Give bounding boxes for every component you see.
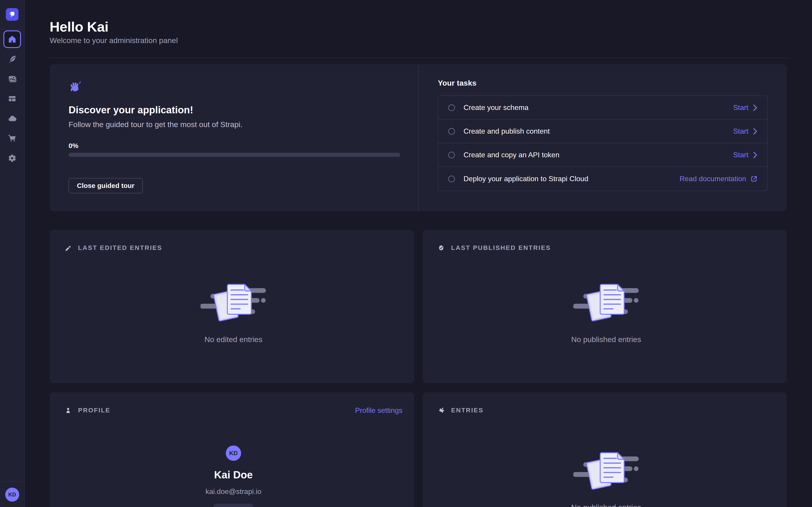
widget-header: LAST PUBLISHED ENTRIES (438, 244, 775, 252)
person-icon (64, 407, 72, 414)
sidebar-user-block: KD (0, 482, 24, 507)
main-content: Hello Kai Welcome to your administration… (25, 0, 812, 507)
your-tasks-title: Your tasks (438, 79, 768, 88)
sidebar-item-settings[interactable] (0, 148, 24, 168)
empty-state-caption: No edited entries (204, 335, 262, 344)
empty-state: No published entries (438, 414, 775, 507)
empty-state: No edited entries (64, 252, 402, 344)
empty-documents-illustration (573, 283, 639, 322)
last-published-entries-widget: LAST PUBLISHED ENTRIES (423, 230, 787, 383)
task-list: Create your schema Start Create and publ… (438, 96, 768, 191)
sidebar-item-media-library[interactable] (0, 69, 24, 89)
widget-title: ENTRIES (451, 407, 484, 414)
profile-name: Kai Doe (214, 468, 253, 481)
profile-avatar: KD (226, 446, 241, 461)
task-row-api-token[interactable]: Create and copy an API token Start (438, 143, 767, 167)
widgets-row-entries-states: LAST EDITED ENTRIES (50, 230, 787, 383)
task-label: Create your schema (463, 103, 528, 112)
widget-header: ENTRIES (438, 406, 775, 414)
guided-tour-left: Discover your application! Follow the gu… (50, 64, 418, 211)
task-action-label: Start (733, 151, 748, 159)
empty-documents-illustration (201, 283, 266, 322)
task-start-link[interactable]: Start (733, 103, 757, 112)
waving-hand-icon (68, 80, 82, 94)
layout-icon (7, 94, 17, 103)
chevron-right-icon (753, 128, 757, 135)
task-action-label: Start (733, 127, 748, 135)
gear-icon (7, 154, 17, 163)
sidebar-item-marketplace[interactable] (0, 128, 24, 148)
task-status-circle-icon (448, 152, 455, 158)
active-nav-highlight (3, 31, 21, 48)
media-library-icon (7, 74, 17, 83)
entries-widget: ENTRIES (423, 392, 787, 507)
task-label: Create and publish content (463, 127, 550, 135)
external-link-icon (751, 175, 757, 182)
sidebar-item-content-manager[interactable] (0, 49, 24, 69)
profile-settings-link[interactable]: Profile settings (355, 406, 402, 414)
task-start-link[interactable]: Start (733, 127, 757, 135)
sidebar: KD (0, 0, 25, 507)
profile-widget: PROFILE Profile settings KD Kai Doe kai.… (50, 392, 414, 507)
guided-tour-card: Discover your application! Follow the gu… (50, 64, 787, 211)
profile-email: kai.doe@strapi.io (205, 487, 261, 496)
widget-title: PROFILE (78, 407, 110, 414)
task-status-circle-icon (448, 128, 455, 135)
task-status-circle-icon (448, 104, 455, 111)
logo-block (0, 0, 24, 29)
close-guided-tour-button[interactable]: Close guided tour (68, 178, 143, 193)
widget-title: LAST PUBLISHED ENTRIES (451, 244, 551, 251)
task-row-deploy-cloud[interactable]: Deploy your application to Strapi Cloud … (438, 167, 767, 191)
task-start-link[interactable]: Start (733, 151, 757, 159)
puzzle-icon (438, 407, 445, 414)
strapi-logo[interactable] (6, 8, 18, 21)
cut-off-profile-button[interactable] (214, 504, 253, 507)
task-action-label: Read documentation (679, 175, 746, 183)
progress-percent-label: 0% (68, 142, 400, 150)
home-icon (8, 35, 17, 44)
user-avatar[interactable]: KD (5, 488, 19, 502)
sidebar-item-content-type-builder[interactable] (0, 89, 24, 109)
cart-icon (7, 133, 17, 143)
guided-tour-title: Discover your application! (68, 104, 400, 116)
sidebar-item-cloud[interactable] (0, 109, 24, 128)
task-action-label: Start (733, 103, 748, 112)
check-circle-icon (438, 244, 445, 251)
task-label: Create and copy an API token (463, 151, 559, 159)
sidebar-item-home[interactable] (0, 29, 24, 49)
task-row-create-schema[interactable]: Create your schema Start (438, 96, 767, 120)
task-row-publish-content[interactable]: Create and publish content Start (438, 120, 767, 143)
feather-icon (7, 54, 17, 64)
empty-state-caption: No published entries (571, 335, 641, 344)
widget-header: PROFILE Profile settings (64, 406, 402, 414)
sidebar-nav (0, 29, 24, 482)
strapi-logo-icon (8, 10, 16, 19)
header-divider (50, 58, 787, 58)
widget-header: LAST EDITED ENTRIES (64, 244, 402, 252)
page-title: Hello Kai (50, 18, 787, 36)
empty-state-caption: No published entries (571, 503, 641, 507)
empty-state: No published entries (438, 252, 775, 344)
task-status-circle-icon (448, 175, 455, 182)
read-documentation-link[interactable]: Read documentation (679, 175, 757, 183)
your-tasks-panel: Your tasks Create your schema Start Crea… (419, 64, 787, 211)
chevron-right-icon (753, 104, 757, 111)
last-edited-entries-widget: LAST EDITED ENTRIES (50, 230, 414, 383)
widget-title: LAST EDITED ENTRIES (78, 244, 162, 251)
task-label: Deploy your application to Strapi Cloud (463, 175, 588, 183)
widgets-row-profile-entries: PROFILE Profile settings KD Kai Doe kai.… (50, 392, 787, 507)
empty-documents-illustration (573, 452, 639, 490)
profile-body: KD Kai Doe kai.doe@strapi.io (64, 414, 402, 507)
cloud-icon (7, 114, 17, 123)
guided-tour-subtitle: Follow the guided tour to get the most o… (68, 120, 400, 129)
page-subtitle: Welcome to your administration panel (50, 36, 787, 45)
progress-bar (68, 153, 400, 157)
pencil-icon (64, 244, 72, 251)
chevron-right-icon (753, 152, 757, 158)
